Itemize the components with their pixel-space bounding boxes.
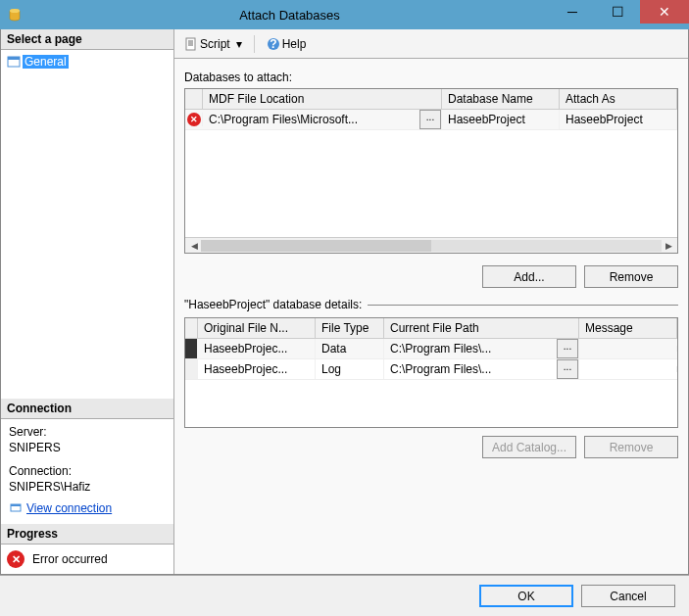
connection-value: SNIPERS\Hafiz: [9, 480, 166, 494]
col-ofn-header[interactable]: Original File N...: [198, 318, 316, 338]
connection-header: Connection: [1, 399, 173, 419]
script-icon: [184, 37, 198, 51]
connection-icon: [9, 501, 23, 515]
help-button[interactable]: ? Help: [263, 35, 311, 53]
window-title: Attach Databases: [29, 8, 550, 23]
page-icon: [7, 55, 21, 69]
script-button[interactable]: Script ▾: [180, 35, 246, 53]
progress-header: Progress: [1, 524, 173, 545]
view-connection-link[interactable]: View connection: [9, 501, 112, 515]
server-label: Server:: [9, 425, 166, 439]
col-mdf-header[interactable]: MDF File Location: [203, 89, 442, 109]
app-icon: [0, 7, 29, 23]
minimize-button[interactable]: ─: [550, 0, 595, 24]
details-label: "HaseebProject" database details:: [184, 298, 368, 311]
detail-row[interactable]: HaseebProjec... Log C:\Program Files\...…: [185, 359, 677, 380]
help-icon: ?: [267, 37, 280, 51]
attach-databases-dialog: Attach Databases ─ ☐ ✕ Select a page Gen…: [0, 0, 689, 616]
svg-rect-6: [186, 38, 195, 50]
col-attach-header[interactable]: Attach As: [560, 89, 677, 109]
toolbar: Script ▾ ? Help: [174, 29, 688, 59]
database-details-fieldset: "HaseebProject" database details: Origin…: [184, 298, 678, 428]
col-dbname-header[interactable]: Database Name: [442, 89, 560, 109]
maximize-button[interactable]: ☐: [595, 0, 640, 24]
cancel-button[interactable]: Cancel: [581, 585, 675, 607]
svg-rect-3: [8, 57, 20, 60]
details-grid[interactable]: Original File N... File Type Current Fil…: [184, 317, 678, 428]
titlebar[interactable]: Attach Databases ─ ☐ ✕: [0, 0, 689, 29]
connection-label: Connection:: [9, 464, 166, 478]
svg-point-1: [10, 9, 20, 13]
add-catalog-button: Add Catalog...: [482, 436, 576, 458]
browse-path-button[interactable]: ...: [557, 359, 578, 379]
browse-mdf-button[interactable]: ...: [419, 110, 441, 129]
add-button[interactable]: Add...: [482, 265, 576, 288]
col-ft-header[interactable]: File Type: [316, 318, 384, 338]
row-error-icon: ✕: [187, 113, 201, 126]
databases-to-attach-label: Databases to attach:: [184, 71, 678, 84]
server-value: SNIPERS: [9, 441, 166, 454]
close-button[interactable]: ✕: [640, 0, 689, 24]
grid-scrollbar[interactable]: ◀ ▶: [185, 237, 677, 253]
progress-status: Error occurred: [32, 552, 108, 566]
databases-grid[interactable]: MDF File Location Database Name Attach A…: [184, 88, 678, 254]
col-cfp-header[interactable]: Current File Path: [384, 318, 579, 338]
sidebar: Select a page General Connection Server:…: [1, 29, 174, 574]
remove-detail-button: Remove: [584, 436, 678, 458]
ok-button[interactable]: OK: [479, 585, 573, 607]
dropdown-arrow-icon: ▾: [236, 37, 242, 51]
select-page-header: Select a page: [1, 29, 173, 50]
error-icon: ✕: [7, 550, 25, 568]
main-panel: Script ▾ ? Help Databases to attach: MDF…: [174, 29, 688, 574]
col-msg-header[interactable]: Message: [579, 318, 677, 338]
browse-path-button[interactable]: ...: [557, 339, 578, 358]
sidebar-page-general[interactable]: General: [5, 54, 170, 70]
remove-button[interactable]: Remove: [584, 265, 678, 288]
detail-row[interactable]: HaseebProjec... Data C:\Program Files\..…: [185, 339, 677, 359]
database-row[interactable]: ✕ C:\Program Files\Microsoft... ... Hase…: [185, 110, 677, 130]
svg-text:?: ?: [270, 37, 276, 51]
dialog-footer: OK Cancel: [0, 575, 689, 616]
svg-rect-5: [11, 504, 21, 506]
